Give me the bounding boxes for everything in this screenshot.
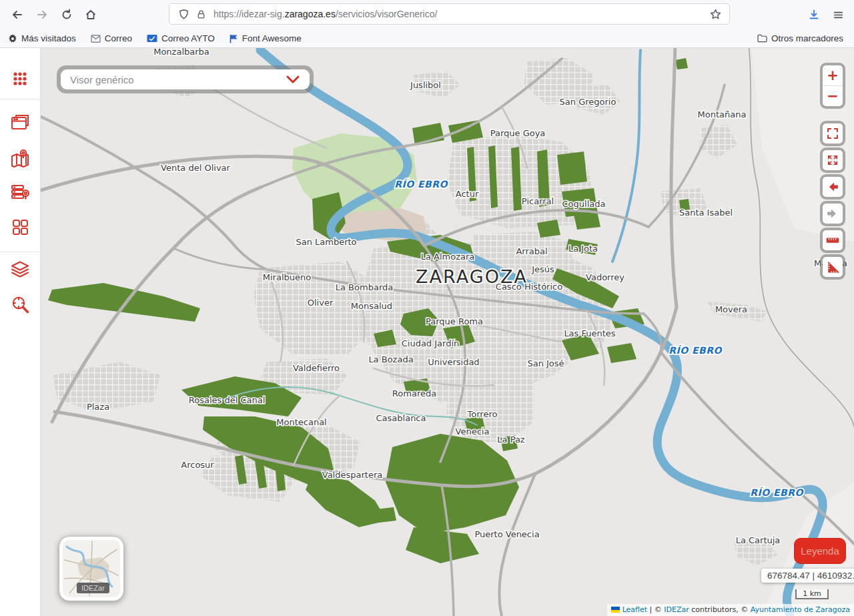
back-icon	[11, 9, 23, 21]
shield-icon[interactable]	[175, 5, 192, 23]
reload-button[interactable]	[55, 3, 79, 27]
sidebar-item-search[interactable]	[10, 294, 30, 314]
measure-area-control	[820, 254, 845, 280]
sidebar-item-modules[interactable]	[10, 217, 30, 237]
download-icon	[808, 9, 820, 21]
park-area	[371, 507, 396, 523]
envelope-filled-icon	[147, 34, 157, 43]
folder-icon	[757, 34, 767, 43]
park-area	[675, 58, 688, 69]
minus-icon: −	[827, 89, 839, 103]
zoom-in-button[interactable]: +	[823, 65, 843, 85]
road-path	[173, 248, 267, 270]
bookmark-star-button[interactable]	[707, 5, 724, 23]
expand-view-button[interactable]	[823, 150, 843, 170]
map-label: Arrabal	[516, 246, 547, 256]
map-label: RÍO EBRO	[750, 487, 804, 498]
overview-minimap[interactable]: IDEZar	[59, 536, 124, 601]
address-bar[interactable]: https://idezar-sig.zaragoza.es/servicios…	[169, 3, 730, 25]
url-path: /servicios/visorGenerico/	[336, 9, 438, 19]
previous-extent-button[interactable]	[823, 177, 843, 197]
map-label: Valdefierro	[293, 363, 340, 373]
idezar-link[interactable]: IDEZar	[664, 605, 689, 614]
map-label: Casco Histórico	[496, 282, 562, 292]
legend-button[interactable]: Leyenda	[794, 538, 846, 564]
ayto-link[interactable]: Ayuntamiento de Zaragoza	[751, 605, 850, 614]
park-area	[48, 283, 200, 322]
other-bookmarks-button[interactable]: Otros marcadores	[757, 33, 846, 43]
road-path	[207, 85, 327, 148]
downloads-button[interactable]	[802, 3, 826, 27]
map-label: Vadorrey	[586, 272, 624, 282]
road-path	[661, 352, 854, 545]
home-icon	[85, 9, 97, 21]
browser-chrome: https://idezar-sig.zaragoza.es/servicios…	[0, 0, 854, 48]
back-button[interactable]	[5, 3, 29, 27]
measure-distance-button[interactable]	[823, 230, 843, 250]
bookmark-label: Font Awesome	[242, 33, 302, 43]
map-label: San José	[527, 358, 564, 368]
history-forward-control	[820, 201, 845, 226]
viewer-selector[interactable]: Visor genérico	[57, 65, 314, 93]
viewer-selector-value: Visor genérico	[70, 74, 286, 85]
bookmark-correo[interactable]: Correo	[91, 33, 132, 43]
road-path	[671, 48, 677, 307]
park-area	[557, 151, 587, 185]
scale-bar: 1 km	[795, 589, 829, 599]
expand-control	[820, 147, 845, 173]
map-label: Juslibol	[410, 80, 441, 90]
map-label: Plaza	[87, 402, 109, 412]
bookmark-mas-visitados[interactable]: Más visitados	[8, 33, 76, 43]
map-label: Picarral	[522, 196, 554, 206]
bookmark-font-awesome[interactable]: Font Awesome	[230, 33, 302, 43]
set-square-icon	[825, 260, 840, 274]
ukraine-flag-icon	[611, 607, 620, 613]
map-label: La Jota	[568, 244, 598, 254]
gear-icon	[8, 34, 17, 43]
map-label: Montañana	[698, 109, 747, 119]
red-back-arrow-icon	[826, 180, 839, 194]
lock-icon[interactable]	[192, 5, 209, 23]
map-label: Oliver	[308, 298, 334, 308]
other-bookmarks-label: Otros marcadores	[771, 33, 843, 43]
minimap-label: IDEZar	[77, 583, 109, 593]
modules-grid-icon	[10, 217, 30, 237]
plus-icon: +	[827, 69, 839, 83]
park-area	[607, 343, 636, 363]
next-extent-button[interactable]	[823, 204, 843, 224]
zoom-control: + −	[820, 63, 845, 109]
legend-button-label: Leyenda	[801, 545, 839, 557]
map-label: La Cartuja	[736, 535, 781, 545]
map-label: La Almozara	[421, 252, 475, 262]
map-label: San Gregorio	[560, 97, 616, 107]
zoom-out-button[interactable]: −	[823, 85, 843, 106]
leaflet-link[interactable]: Leaflet	[622, 605, 647, 614]
bookmark-correo-ayto[interactable]: Correo AYTO	[147, 33, 215, 43]
map-label: Romareda	[392, 388, 436, 398]
menu-button[interactable]	[826, 3, 850, 27]
map-pin-icon	[10, 148, 30, 168]
map-label: Cogullada	[562, 199, 606, 209]
sidebar-item-windows[interactable]	[10, 112, 30, 132]
bookmark-label: Más visitados	[21, 33, 76, 43]
sidebar-item-maps[interactable]	[10, 148, 30, 168]
sidebar-item-layers[interactable]	[10, 260, 30, 280]
fullscreen-button[interactable]	[823, 123, 843, 143]
map-label: Valdespartera	[322, 470, 382, 480]
sidebar-item-apps[interactable]	[10, 69, 30, 89]
measure-area-button[interactable]	[823, 257, 843, 277]
envelope-outline-icon	[91, 35, 101, 43]
sidebar-item-catalog[interactable]	[10, 182, 30, 202]
forward-button[interactable]	[30, 3, 54, 27]
map-canvas[interactable]: MonzalbarbaJuslibolSan GregorioMontañana…	[40, 48, 854, 616]
map-label: Venecia	[456, 426, 490, 436]
home-button[interactable]	[79, 3, 103, 27]
coordinates-readout: 676784.47 | 4610932.89	[761, 569, 854, 583]
sidebar-divider	[0, 252, 40, 252]
map-label: La Bombarda	[336, 282, 393, 292]
app-content: MonzalbarbaJuslibolSan GregorioMontañana…	[0, 48, 854, 616]
viewer-selector-field[interactable]: Visor genérico	[61, 69, 310, 89]
map-label: San Lamberto	[296, 237, 356, 247]
map-label: Parque Roma	[426, 316, 483, 326]
url-text: https://idezar-sig.zaragoza.es/servicios…	[214, 9, 707, 19]
